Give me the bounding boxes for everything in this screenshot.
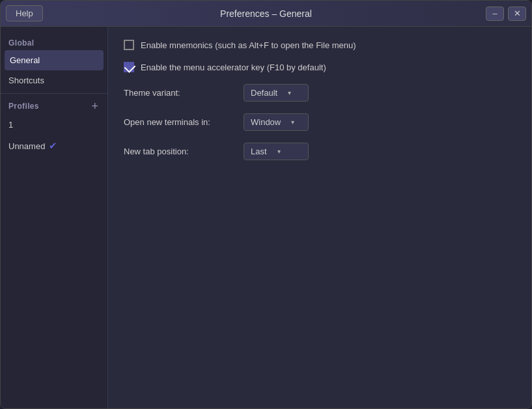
- open-terminals-label: Open new terminals in:: [124, 117, 234, 127]
- tab-position-row: New tab position: Last ▾: [124, 143, 516, 160]
- window-title: Preferences – General: [220, 8, 312, 19]
- titlebar-left: Help: [6, 5, 43, 21]
- tab-position-dropdown-arrow: ▾: [277, 148, 281, 155]
- global-section-label: Global: [1, 35, 107, 50]
- tab-position-dropdown[interactable]: Last ▾: [244, 143, 309, 160]
- minimize-button[interactable]: –: [486, 7, 504, 21]
- sidebar-item-general[interactable]: General: [5, 50, 104, 70]
- sidebar-divider: [1, 93, 107, 94]
- theme-value: Default: [251, 88, 277, 98]
- open-terminals-row: Open new terminals in: Window ▾: [124, 113, 516, 131]
- tab-position-label: New tab position:: [124, 147, 234, 156]
- main-panel: Enable mnemonics (such as Alt+F to open …: [108, 27, 531, 408]
- help-button[interactable]: Help: [6, 5, 43, 21]
- theme-dropdown-arrow: ▾: [288, 89, 291, 96]
- theme-dropdown[interactable]: Default ▾: [244, 84, 309, 102]
- sidebar-item-shortcuts[interactable]: Shortcuts: [1, 70, 107, 91]
- default-profile-badge: ✔: [49, 140, 57, 152]
- profile-unnamed-label: Unnamed: [8, 141, 45, 151]
- accelerator-label[interactable]: Enable the menu accelerator key (F10 by …: [141, 63, 326, 72]
- profile-1-label: 1: [8, 120, 13, 130]
- profiles-section-label: Profiles: [8, 102, 39, 111]
- mnemonic-label[interactable]: Enable mnemonics (such as Alt+F to open …: [141, 40, 356, 50]
- preferences-window: Help Preferences – General – ✕ Global Ge…: [0, 0, 532, 409]
- accelerator-row: Enable the menu accelerator key (F10 by …: [124, 62, 516, 72]
- titlebar-controls: – ✕: [486, 7, 526, 21]
- content-area: Global General Shortcuts Profiles + 1 Un…: [1, 27, 531, 408]
- sidebar: Global General Shortcuts Profiles + 1 Un…: [1, 27, 108, 408]
- profile-item-1[interactable]: 1: [1, 115, 107, 135]
- accelerator-checkbox[interactable]: [124, 62, 134, 72]
- theme-row: Theme variant: Default ▾: [124, 84, 516, 102]
- open-terminals-value: Window: [251, 117, 281, 127]
- mnemonic-checkbox[interactable]: [124, 40, 134, 50]
- theme-label: Theme variant:: [124, 88, 234, 98]
- add-profile-button[interactable]: +: [90, 100, 100, 112]
- profiles-header: Profiles +: [1, 96, 107, 115]
- open-terminals-dropdown[interactable]: Window ▾: [244, 113, 309, 131]
- open-terminals-dropdown-arrow: ▾: [291, 119, 294, 126]
- tab-position-value: Last: [251, 147, 267, 156]
- mnemonic-row: Enable mnemonics (such as Alt+F to open …: [124, 40, 516, 50]
- titlebar: Help Preferences – General – ✕: [1, 1, 531, 27]
- close-button[interactable]: ✕: [508, 7, 526, 21]
- profile-item-unnamed[interactable]: Unnamed ✔: [1, 135, 107, 157]
